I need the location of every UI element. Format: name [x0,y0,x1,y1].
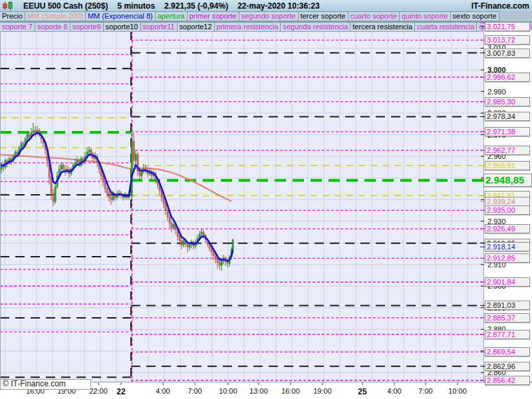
candle-down [217,259,218,263]
candle-down [165,204,166,211]
candle-down [133,141,134,160]
candle-down [35,130,36,132]
candle-up [183,241,184,245]
copyright-box: © IT-Finance.com [0,379,91,390]
candle-down [211,248,212,251]
candle-up [141,172,142,176]
candle-down [181,241,182,245]
candle-down [63,165,64,170]
candle-down [163,198,164,204]
candle-down [139,172,140,176]
candle-up [33,130,34,132]
candle-down [106,189,108,194]
candle-up [112,196,114,200]
candle-down [23,144,24,146]
candle-up [27,135,28,140]
candle-up [21,144,22,148]
candle-down [203,232,204,235]
price-chart-canvas[interactable] [0,0,532,399]
copyright-text: © IT-Finance.com [3,379,66,388]
candle-down [104,182,106,189]
candle-up [135,154,136,161]
candle-down [171,223,172,228]
candle-down [215,256,216,259]
candle-up [221,261,222,266]
candle-down [53,193,54,201]
candle-down [167,210,168,217]
candle-up [76,161,78,163]
candle-up [232,240,233,249]
candle-down [219,262,220,265]
candle-up [74,163,76,165]
candle-down [102,176,104,182]
candle-up [88,150,90,152]
candle-up [15,152,16,157]
candle-down [187,244,188,247]
candle-down [90,150,92,154]
candle-down [51,178,52,194]
candle-down [108,193,110,198]
candle-up [55,187,56,202]
plot-content [0,23,483,382]
candle-up [189,245,190,247]
candle-down [29,135,30,137]
candle-down [179,236,180,241]
candle-up [131,141,132,195]
candle-up [173,225,174,228]
candle-down [213,251,214,256]
candle-up [201,232,202,234]
candle-down [169,217,170,223]
candle-down [110,198,112,200]
candle-up [61,165,62,170]
